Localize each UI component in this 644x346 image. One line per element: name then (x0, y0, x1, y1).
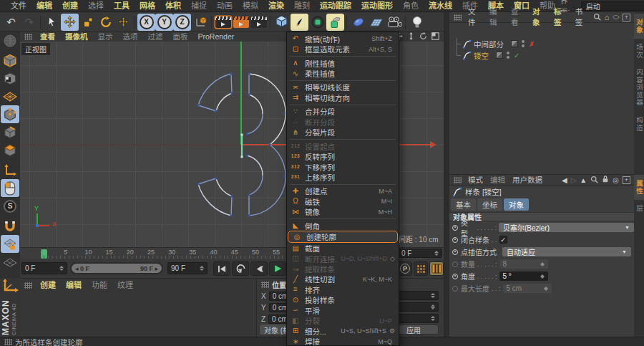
dock-tab[interactable]: 构造 (634, 112, 644, 137)
context-menu-item[interactable]: 312 下移序列 (287, 162, 399, 172)
enable-toggle[interactable]: ✗ (529, 40, 535, 48)
playback-options-button[interactable]: P (398, 261, 412, 276)
section-header[interactable]: 对象属性 (449, 212, 634, 221)
panel-divider[interactable] (444, 12, 449, 337)
context-menu-item[interactable]: ◫ 断开连接... U~D, U~Shift+D ◇ (287, 254, 399, 264)
move-tool[interactable] (61, 14, 79, 31)
add-icon[interactable]: + (623, 14, 630, 21)
spline-wrap-menu[interactable] (349, 14, 367, 31)
menubar-item[interactable]: 动画 (212, 0, 238, 12)
context-menu-item[interactable]: 123 反转序列 (287, 151, 399, 161)
object-manager-menu-item[interactable]: 书签 (572, 6, 593, 28)
last-tool[interactable] (114, 14, 132, 31)
dock-tab[interactable]: 场次 (634, 39, 644, 64)
lock-workplane-button[interactable] (1, 235, 19, 253)
spline-pen-menu[interactable] (291, 14, 308, 31)
context-menu-item[interactable]: ╱ 线性切割 K~K, M~K (287, 274, 399, 284)
context-menu-item[interactable]: ✚ 创建点 M~A (287, 186, 399, 196)
dock-tab[interactable]: 内容浏览器 (634, 64, 644, 112)
menubar-item[interactable]: 体积 (160, 0, 186, 12)
render-picture-viewer-button[interactable] (232, 14, 250, 31)
keyframe-selection-button[interactable] (414, 261, 428, 276)
make-editable-button[interactable] (1, 32, 19, 49)
menubar-item[interactable]: 捕捉 (186, 0, 212, 12)
menubar-item[interactable]: 运动图形 (356, 0, 398, 12)
interpolation-select[interactable]: 自动适应 ▼ (502, 247, 631, 256)
material-menu-item[interactable]: 编辑 (61, 279, 87, 292)
context-menu-item[interactable]: ◧ 分裂 U~P (287, 316, 399, 326)
type-select[interactable]: 贝塞尔(Bezier) ▼ (499, 223, 634, 232)
menubar-item[interactable]: 网格 (135, 0, 160, 12)
context-menu-item[interactable]: ⊞ 细分... U~S, U~Shift+S ⚙ (287, 326, 399, 336)
object-manager-menu-item[interactable]: 标签 (550, 6, 572, 28)
animation-dot[interactable] (452, 237, 458, 243)
scale-tool[interactable] (79, 14, 97, 31)
context-menu-item[interactable]: ⋈ 镜像 M~H (287, 207, 399, 217)
toggle-view-icon[interactable] (431, 32, 439, 40)
context-menu-item[interactable]: ∽ 平滑 (287, 305, 399, 315)
context-menu-item[interactable]: ⊙ 投射样条 (287, 295, 399, 305)
context-menu-item[interactable]: ⊡ 框显选取元素 Alt+S, S (287, 44, 399, 54)
live-selection-tool[interactable] (43, 14, 61, 31)
dock-tab[interactable]: 属性 (634, 175, 644, 200)
context-menu-item[interactable]: ∵ 合并分段 (287, 107, 399, 117)
end-frame-field[interactable]: 90 F (167, 262, 208, 274)
menubar-item[interactable]: 文件 (6, 0, 31, 12)
menubar-item[interactable]: 选择 (83, 0, 109, 12)
path-icon[interactable]: ⬭ (613, 13, 619, 21)
polygons-mode-button[interactable] (1, 141, 19, 159)
viewport-menu-item[interactable]: 选项 (118, 32, 143, 42)
context-menu-item[interactable]: ∧ 刚性插值 (287, 58, 399, 68)
edges-mode-button[interactable] (1, 123, 19, 141)
parent-up-icon[interactable]: ▲ (580, 176, 587, 184)
attribute-menu-item[interactable]: 编辑 (487, 175, 509, 186)
angle-field[interactable]: 5 ° (499, 271, 548, 281)
view-label[interactable]: 正视图 (21, 43, 50, 55)
grip-icon[interactable] (261, 282, 269, 288)
enable-toggle[interactable]: ✓ (514, 52, 519, 59)
menubar-item[interactable]: 角色 (398, 0, 424, 12)
bend-deformer-menu[interactable] (326, 14, 344, 31)
menubar-item[interactable]: 编辑 (31, 0, 57, 12)
attribute-tab[interactable]: 对象 (504, 198, 529, 211)
context-menu-item[interactable]: ◣ 倒角 (287, 221, 399, 231)
viewport-menu-item[interactable]: 显示 (93, 32, 118, 42)
menubar-item[interactable]: 流水线 (424, 0, 457, 12)
model-mode-button[interactable] (1, 52, 19, 69)
context-menu-item[interactable]: ↝ 提取样条 (287, 264, 399, 274)
material-menu-item[interactable]: 功能 (87, 279, 112, 292)
context-menu-item[interactable]: ◎ 创建轮廓 (288, 231, 398, 243)
enable-axis-button[interactable] (1, 161, 19, 179)
object-row-louko[interactable]: 镂空 ✓ (449, 49, 634, 61)
grip-icon[interactable] (24, 282, 32, 289)
zoom-view-icon[interactable] (407, 32, 415, 40)
menubar-item[interactable]: 渲染 (263, 0, 289, 12)
magnet-snap-button[interactable] (1, 217, 19, 235)
snap-settings-button[interactable]: S (1, 197, 19, 215)
material-menu-item[interactable]: 创建 (35, 279, 61, 292)
search-icon[interactable] (590, 173, 598, 186)
context-menu-item[interactable]: ∿ 柔性插值 (287, 68, 399, 78)
context-menu-item[interactable]: ⋔ 分裂片段 (287, 128, 399, 138)
search-icon[interactable] (593, 11, 601, 24)
render-view-button[interactable] (214, 14, 232, 31)
home-icon[interactable]: ⌂ (605, 13, 610, 21)
viewport-solo-button[interactable] (1, 179, 19, 197)
play-button[interactable] (269, 261, 286, 276)
context-menu-item[interactable]: ▤ 截面 (287, 243, 399, 253)
material-menu-item[interactable]: 纹理 (112, 279, 138, 292)
closed-spline-checkbox[interactable]: ✓ (499, 236, 507, 244)
autokey-film-button[interactable] (429, 261, 444, 276)
rotate-tool[interactable] (97, 14, 114, 31)
workplane-icon[interactable] (1, 253, 19, 271)
object-manager-menu-item[interactable]: 编辑 (486, 6, 507, 28)
rotate-view-icon[interactable] (419, 32, 427, 40)
menubar-item[interactable]: 运动跟踪 (315, 0, 356, 12)
context-menu-item[interactable]: ≍ 相等切线长度 (287, 82, 399, 92)
points-mode-button[interactable] (1, 105, 19, 123)
grip-icon[interactable] (454, 177, 462, 183)
animation-dot[interactable] (452, 225, 458, 231)
goto-start-button[interactable] (213, 261, 230, 276)
history-forward-icon[interactable]: ▷ (571, 176, 577, 184)
render-settings-button[interactable] (250, 14, 268, 31)
